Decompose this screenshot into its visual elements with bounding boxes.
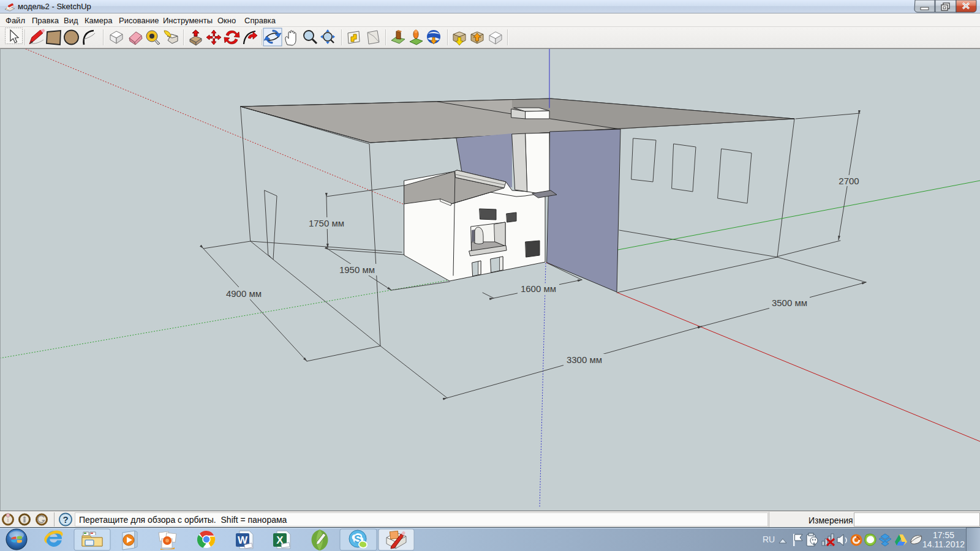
svg-text:3500 мм: 3500 мм [772,298,807,308]
svg-text:4900 мм: 4900 мм [226,288,262,299]
svg-text:?: ? [62,514,68,525]
svg-text:1750 мм: 1750 мм [309,218,344,228]
svg-text:RU: RU [763,534,775,544]
svg-text:1600 мм: 1600 мм [521,283,556,294]
svg-text:2700: 2700 [839,176,859,186]
svg-text:3300 мм: 3300 мм [567,354,602,365]
svg-text:1950 мм: 1950 мм [339,264,375,275]
